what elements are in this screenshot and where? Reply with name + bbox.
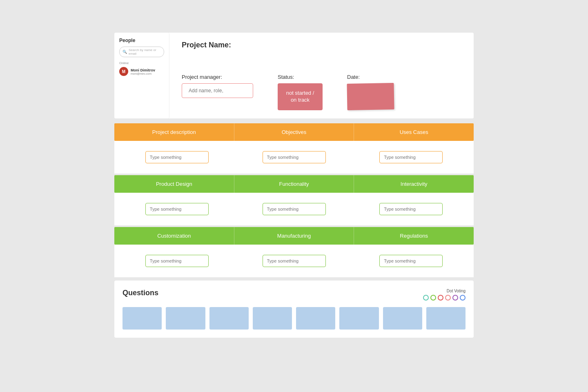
orange-body-cell-1 [118, 151, 236, 163]
questions-title: Questions [122, 289, 158, 297]
manager-input[interactable] [182, 83, 253, 98]
green1-body-cell-3 [352, 203, 470, 215]
green1-body-cell-1 [118, 203, 236, 215]
orange-body-cell-2 [236, 151, 353, 163]
dot-green[interactable] [430, 295, 436, 301]
green2-body-cell-1 [118, 255, 236, 267]
main-container: People 🔍 Search by name or email Online … [114, 33, 474, 338]
dot-red[interactable] [438, 295, 443, 301]
project-meta: Project manager: Status: not started / o… [182, 74, 461, 110]
questions-header: Questions Dot Voting [122, 289, 466, 301]
green2-body-cell-3 [352, 255, 470, 267]
dot-blue[interactable] [460, 295, 466, 301]
dot-voting-dots [423, 295, 466, 301]
green2-body-cell-2 [236, 255, 353, 267]
green2-input-3[interactable] [379, 255, 443, 267]
green-section1-block: Product Design Functionality Interactivi… [114, 175, 474, 277]
green1-col-1: Product Design [114, 175, 234, 193]
user-email: moni@miro.com [131, 72, 155, 75]
orange-input-2[interactable] [263, 151, 326, 163]
green2-col-3: Regulations [354, 227, 474, 245]
green2-col-2: Manufacturing [234, 227, 354, 245]
green2-col-1: Customization [114, 227, 234, 245]
green1-input-3[interactable] [379, 203, 443, 215]
question-card-6[interactable] [339, 307, 379, 330]
questions-section: Questions Dot Voting [114, 281, 474, 338]
green-section1-header: Product Design Functionality Interactivi… [114, 175, 474, 193]
green1-col-3: Interactivity [354, 175, 474, 193]
date-label: Date: [347, 74, 394, 80]
status-badge[interactable]: not started / on track [278, 83, 323, 110]
project-panel: Project Name: Project manager: Status: n… [169, 33, 474, 118]
manager-label: Project manager: [182, 74, 253, 80]
people-panel: People 🔍 Search by name or email Online … [114, 33, 169, 118]
manager-group: Project manager: [182, 74, 253, 98]
search-input-placeholder: Search by name or email [129, 48, 161, 56]
green2-input-2[interactable] [263, 255, 326, 267]
question-card-7[interactable] [383, 307, 422, 330]
orange-col-1: Project description [114, 123, 234, 141]
orange-input-3[interactable] [379, 151, 443, 163]
date-sticky[interactable] [347, 83, 394, 110]
user-row: M Moni Dimitrov moni@miro.com [119, 67, 164, 76]
green1-input-2[interactable] [263, 203, 326, 215]
green1-input-1[interactable] [145, 203, 209, 215]
date-group: Date: [347, 74, 394, 110]
green1-body-cell-2 [236, 203, 353, 215]
orange-body-cell-3 [352, 151, 470, 163]
orange-section-block: Project description Objectives Uses Case… [114, 123, 474, 174]
dot-purple[interactable] [452, 295, 458, 301]
green2-input-1[interactable] [145, 255, 209, 267]
question-card-8[interactable] [426, 307, 466, 330]
orange-col-2: Objectives [234, 123, 354, 141]
question-card-4[interactable] [253, 307, 292, 330]
search-icon: 🔍 [122, 50, 127, 54]
question-card-1[interactable] [122, 307, 162, 330]
question-cards [122, 307, 466, 330]
status-group: Status: not started / on track [278, 74, 323, 110]
project-name-label: Project Name: [182, 41, 461, 49]
green-section2-body [114, 245, 474, 277]
avatar: M [119, 67, 128, 76]
user-name: Moni Dimitrov [131, 68, 155, 72]
orange-col-3: Uses Cases [354, 123, 474, 141]
green-section2-header: Customization Manufacturing Regulations [114, 227, 474, 245]
question-card-2[interactable] [166, 307, 205, 330]
search-bar[interactable]: 🔍 Search by name or email [119, 47, 164, 57]
online-label: Online [119, 61, 164, 65]
dot-pink[interactable] [445, 295, 451, 301]
green1-col-2: Functionality [234, 175, 354, 193]
orange-section-body [114, 141, 474, 174]
dot-voting-label: Dot Voting [447, 289, 466, 293]
people-title: People [119, 38, 164, 43]
status-label: Status: [278, 74, 323, 80]
orange-section-header: Project description Objectives Uses Case… [114, 123, 474, 141]
dot-voting: Dot Voting [423, 289, 466, 301]
question-card-5[interactable] [296, 307, 335, 330]
user-info: Moni Dimitrov moni@miro.com [131, 68, 155, 75]
orange-input-1[interactable] [145, 151, 209, 163]
question-card-3[interactable] [209, 307, 249, 330]
dot-teal[interactable] [423, 295, 429, 301]
top-section: People 🔍 Search by name or email Online … [114, 33, 474, 118]
green-section1-body [114, 193, 474, 225]
